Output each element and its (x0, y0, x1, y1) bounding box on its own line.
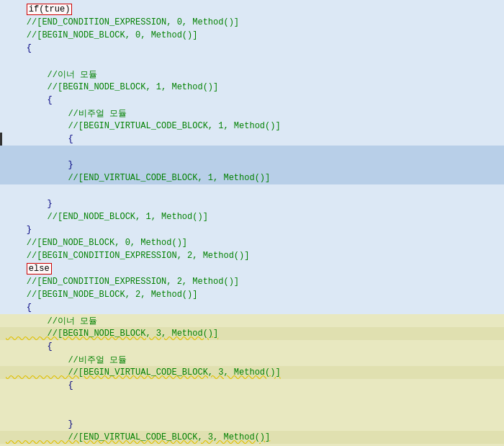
code-line: //[END_VIRTUAL_CODE_BLOCK, 1, Method()] (0, 171, 504, 184)
code-line: //이너 모듈 (0, 68, 504, 81)
code-comment: //이너 모듈 (6, 315, 97, 327)
code-comment: //[BEGIN_NODE_BLOCK, 0, Method()] (6, 30, 197, 40)
code-line: //[BEGIN_CONDITION_EXPRESSION, 2, Method… (0, 249, 504, 262)
code-text: { (6, 342, 53, 352)
code-line (0, 146, 504, 159)
code-text: { (6, 95, 53, 105)
if-condition-box: if(true) (27, 4, 73, 15)
code-line: //비주얼 모듈 (0, 353, 504, 366)
code-line: } (0, 159, 504, 171)
code-line: //비주얼 모듈 (0, 107, 504, 120)
code-comment: //[END_NODE_BLOCK, 0, Method()] (6, 238, 187, 248)
code-comment: //[END_VIRTUAL_CODE_BLOCK, 1, Method()] (6, 173, 270, 183)
code-line (0, 55, 504, 68)
code-text: { (6, 380, 73, 391)
code-text: } (6, 160, 73, 170)
code-indent (6, 264, 27, 274)
code-line: { (0, 379, 504, 392)
code-text: { (6, 303, 32, 313)
code-comment: //이너 모듈 (6, 68, 97, 81)
code-comment: //[END_CONDITION_EXPRESSION, 0, Method()… (6, 17, 239, 27)
code-line: else (0, 262, 504, 275)
code-comment: //[BEGIN_VIRTUAL_CODE_BLOCK, 1, Method()… (6, 121, 281, 131)
code-comment: //[BEGIN_NODE_BLOCK, 1, Method()] (6, 82, 218, 92)
code-comment: //[BEGIN_CONDITION_EXPRESSION, 2, Method… (6, 251, 249, 261)
code-line: //이너 모듈 (0, 314, 504, 327)
code-text: { (6, 134, 73, 144)
code-comment: //[END_CONDITION_EXPRESSION, 2, Method()… (6, 277, 239, 287)
code-line: //[BEGIN_NODE_BLOCK, 1, Method()] (0, 81, 504, 94)
code-line: //[BEGIN_VIRTUAL_CODE_BLOCK, 1, Method()… (0, 120, 504, 133)
code-line: } (0, 418, 504, 431)
code-comment: //[BEGIN_NODE_BLOCK, 2, Method()] (6, 290, 197, 300)
code-line: //[BEGIN_NODE_BLOCK, 2, Method()] (0, 288, 504, 301)
code-line: //[END_NODE_BLOCK, 1, Method()] (0, 210, 504, 223)
code-text: { (6, 43, 32, 53)
code-line (0, 184, 504, 197)
code-comment: //[BEGIN_NODE_BLOCK, 3, Method()] (6, 329, 218, 339)
code-comment: //비주얼 모듈 (6, 354, 127, 366)
code-comment: //[END_NODE_BLOCK, 1, Method()] (6, 212, 208, 222)
code-line (0, 405, 504, 418)
code-text: } (6, 199, 53, 209)
code-line: } (0, 223, 504, 236)
code-line: if(true) (0, 3, 504, 16)
code-comment: //[BEGIN_VIRTUAL_CODE_BLOCK, 3, Method()… (6, 367, 281, 378)
code-line: { (0, 94, 504, 107)
code-comment: //비주얼 모듈 (6, 107, 127, 120)
code-line: //[END_NODE_BLOCK, 0, Method()] (0, 236, 504, 249)
code-indent (6, 4, 27, 14)
code-editor: if(true) //[END_CONDITION_EXPRESSION, 0,… (0, 0, 504, 446)
code-line: { (0, 340, 504, 353)
code-line: { (0, 133, 504, 146)
code-text: } (6, 225, 32, 235)
code-line: { (0, 42, 504, 55)
code-line: //[END_CONDITION_EXPRESSION, 2, Method()… (0, 275, 504, 288)
code-line (0, 392, 504, 405)
code-line: //[BEGIN_VIRTUAL_CODE_BLOCK, 3, Method()… (0, 366, 504, 379)
code-comment: //[END_VIRTUAL_CODE_BLOCK, 3, Method()] (6, 432, 270, 442)
code-line: { (0, 301, 504, 314)
code-line: } (0, 197, 504, 210)
else-condition-box: else (27, 263, 52, 275)
code-line: //[END_VIRTUAL_CODE_BLOCK, 3, Method()] (0, 431, 504, 444)
left-marker (0, 133, 2, 146)
code-text: } (6, 419, 73, 429)
code-line: //[BEGIN_NODE_BLOCK, 0, Method()] (0, 29, 504, 42)
code-line: //[END_CONDITION_EXPRESSION, 0, Method()… (0, 16, 504, 29)
code-line: //[BEGIN_NODE_BLOCK, 3, Method()] (0, 327, 504, 340)
